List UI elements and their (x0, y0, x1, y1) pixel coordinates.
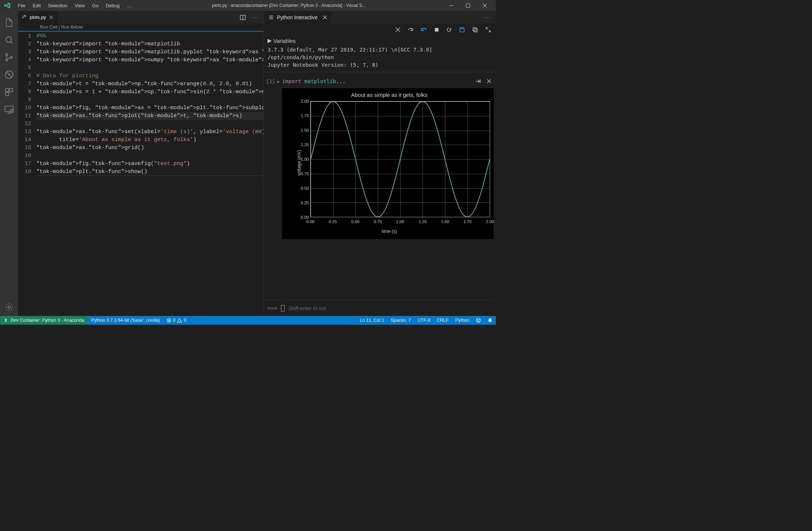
more-actions-icon[interactable]: ··· (251, 13, 260, 22)
cell-header: [1] ▸ import matplotlib... (266, 77, 494, 88)
status-bar: Dev Container: Python 3 - Anaconda Pytho… (0, 316, 496, 325)
menu-view[interactable]: View (72, 1, 88, 10)
encoding-status[interactable]: UTF-8 (414, 316, 433, 325)
line-number-gutter: 123456789101112131415161718 (18, 32, 36, 316)
python-interactive-tab[interactable]: Python Interactive (264, 11, 331, 24)
svg-rect-16 (435, 28, 438, 32)
svg-point-12 (8, 306, 11, 309)
indentation-status[interactable]: Spaces: 7 (387, 316, 414, 325)
svg-rect-17 (461, 28, 463, 29)
svg-rect-9 (5, 92, 9, 96)
svg-point-4 (6, 59, 8, 61)
settings-gear-icon[interactable] (0, 299, 18, 316)
menu-bar: File Edit Selection View Go Debug … (15, 1, 135, 10)
chevron-right-icon: ▶ (268, 37, 272, 44)
menu-edit[interactable]: Edit (29, 1, 44, 10)
menu-go[interactable]: Go (89, 1, 102, 10)
svg-point-22 (477, 320, 478, 320)
svg-point-23 (479, 320, 479, 320)
svg-rect-0 (449, 5, 453, 6)
code-editor[interactable]: 123456789101112131415161718 #%%"tok-keyw… (18, 32, 264, 316)
stop-icon[interactable] (433, 26, 440, 33)
menu-file[interactable]: File (15, 1, 29, 10)
list-icon (268, 15, 274, 20)
remote-indicator[interactable]: Dev Container: Python 3 - Anaconda (0, 316, 88, 325)
main-area: plots.py ··· Run Cell | Run Below 123456… (0, 11, 496, 316)
interactive-panel: Python Interactive ··· ▶ Variables 3.7.3… (264, 11, 496, 316)
codelens-bar: Run Cell | Run Below (18, 24, 264, 32)
tab-label: plots.py (30, 15, 46, 20)
svg-point-13 (24, 15, 24, 16)
menu-selection[interactable]: Selection (45, 1, 70, 10)
editor-tab-plots[interactable]: plots.py (18, 11, 58, 24)
interactive-input[interactable]: >>> Shift-enter to run (264, 300, 496, 316)
input-cursor (281, 305, 285, 312)
source-control-icon[interactable] (0, 49, 18, 66)
close-icon[interactable] (48, 15, 54, 20)
close-icon[interactable] (323, 15, 327, 20)
delete-cell-icon[interactable] (486, 77, 492, 85)
window-title: plots.py - anacondacontainer [Dev Contai… (135, 3, 443, 8)
remote-explorer-icon[interactable] (0, 101, 18, 118)
export-icon[interactable] (471, 26, 479, 34)
variables-label: Variables (273, 38, 295, 44)
editor-tabs: plots.py ··· (18, 11, 264, 24)
interactive-toolbar (264, 24, 496, 36)
editor-group: plots.py ··· Run Cell | Run Below 123456… (18, 11, 264, 316)
feedback-icon[interactable] (473, 316, 484, 325)
window-controls (443, 0, 493, 11)
more-actions-icon[interactable]: ··· (483, 13, 492, 21)
undo-icon[interactable] (420, 25, 428, 34)
menu-debug[interactable]: Debug (102, 1, 123, 10)
activity-bar (0, 11, 18, 316)
code-content[interactable]: #%%"tok-keyword">import "tok-module">mat… (36, 32, 264, 316)
minimize-button[interactable] (443, 0, 460, 11)
run-below-link[interactable]: Run Below (61, 25, 83, 30)
save-icon[interactable] (458, 26, 466, 34)
vscode-logo-icon (3, 1, 12, 10)
env-line: Jupyter Notebook Version: (5, 7, 8) (268, 61, 492, 69)
expand-icon[interactable] (484, 26, 492, 34)
problems-status[interactable]: 0 0 (163, 316, 190, 325)
extensions-icon[interactable] (0, 83, 18, 101)
menu-overflow[interactable]: … (123, 1, 135, 10)
cell-output: About as simple as it gets, folks voltag… (282, 88, 494, 239)
goto-cell-icon[interactable] (474, 77, 482, 85)
svg-point-21 (476, 318, 480, 322)
notifications-icon[interactable] (484, 316, 496, 325)
language-mode-status[interactable]: Python (452, 316, 473, 325)
environment-info: 3.7.3 (default, Mar 27 2019, 22:11:17) \… (264, 45, 496, 72)
plot-title: About as simple as it gets, folks (285, 90, 494, 98)
redo-icon[interactable] (407, 26, 415, 34)
cell-area: [1] ▸ import matplotlib... About as simp… (264, 72, 496, 239)
plot-figure: About as simple as it gets, folks voltag… (285, 90, 494, 235)
input-prompt: >>> (268, 305, 277, 312)
svg-rect-18 (473, 28, 476, 31)
env-line: 3.7.3 (default, Mar 27 2019, 22:11:17) \… (268, 46, 492, 54)
cursor-position-status[interactable]: Ln 11, Col 1 (356, 316, 387, 325)
eol-status[interactable]: CRLF (433, 316, 452, 325)
tab-label: Python Interactive (277, 15, 318, 20)
python-file-icon (22, 15, 28, 20)
run-cell-link[interactable]: Run Cell (40, 25, 57, 30)
python-env-status[interactable]: Python 3.7.3 64-bit ('base': conda) (88, 316, 163, 325)
cell-index: [1] (266, 78, 275, 84)
x-axis: 0.000.250.500.751.001.251.501.752.00 (310, 219, 490, 226)
chevron-right-icon[interactable]: ▸ (277, 79, 280, 84)
y-axis: 0.000.250.500.751.001.251.501.752.00 (296, 101, 310, 217)
svg-point-3 (6, 54, 8, 55)
restart-icon[interactable] (445, 26, 453, 34)
cell-code-preview[interactable]: import matplotlib... (282, 78, 346, 84)
debug-icon[interactable] (0, 66, 18, 83)
search-icon[interactable] (0, 31, 18, 49)
clear-icon[interactable] (394, 26, 401, 33)
input-placeholder: Shift-enter to run (288, 305, 326, 311)
close-button[interactable] (476, 0, 493, 11)
maximize-button[interactable] (460, 0, 476, 11)
split-editor-icon[interactable] (238, 13, 247, 22)
plot-area (310, 101, 490, 217)
plot-xlabel: time (s) (382, 229, 397, 234)
svg-rect-1 (466, 4, 470, 7)
explorer-icon[interactable] (0, 14, 18, 31)
variables-header[interactable]: ▶ Variables (264, 36, 496, 45)
